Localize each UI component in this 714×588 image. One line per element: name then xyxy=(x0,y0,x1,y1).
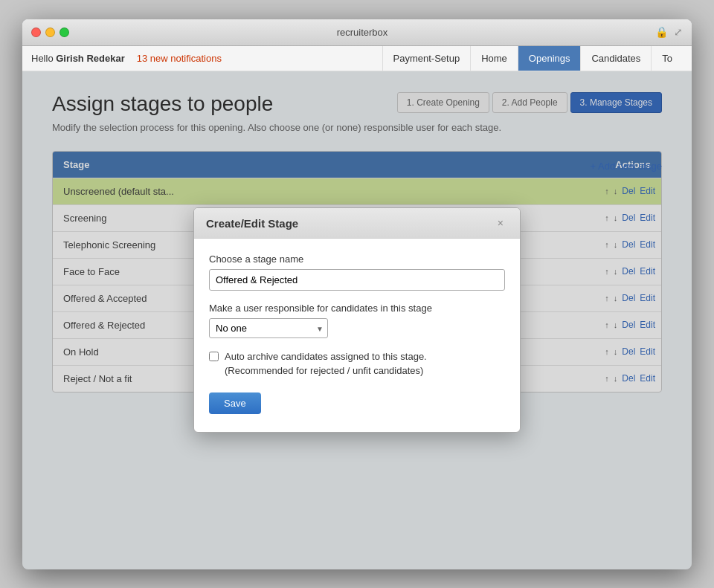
responsible-user-select[interactable]: No one User 1 User 2 xyxy=(209,318,328,338)
modal-title: Create/Edit Stage xyxy=(206,217,493,230)
modal-header: Create/Edit Stage × xyxy=(194,208,520,239)
main-content: 1. Create Opening 2. Add People 3. Manag… xyxy=(22,71,692,569)
responsible-user-label: Make a user responsible for candidates i… xyxy=(209,303,505,314)
menubar: Hello Girish Redekar 13 new notification… xyxy=(22,46,692,71)
create-edit-stage-modal: Create/Edit Stage × Choose a stage name … xyxy=(193,207,521,432)
nav-home[interactable]: Home xyxy=(470,46,518,71)
traffic-lights xyxy=(31,28,69,37)
lock-icon: 🔒 xyxy=(655,26,668,38)
close-button[interactable] xyxy=(31,28,41,37)
titlebar: recruiterbox 🔒 ⤢ xyxy=(22,19,692,46)
save-button[interactable]: Save xyxy=(209,392,261,414)
nav-payment-setup[interactable]: Payment-Setup xyxy=(382,46,471,71)
main-nav: Payment-Setup Home Openings Candidates T… xyxy=(382,46,683,71)
greeting-text: Hello xyxy=(31,53,56,64)
modal-body: Choose a stage name Make a user responsi… xyxy=(194,239,520,431)
minimize-button[interactable] xyxy=(45,28,55,37)
window-title: recruiterbox xyxy=(69,27,655,38)
modal-close-button[interactable]: × xyxy=(493,216,508,230)
nav-more[interactable]: To xyxy=(651,46,683,71)
responsible-user-select-wrapper: No one User 1 User 2 ▼ xyxy=(209,318,328,338)
nav-openings[interactable]: Openings xyxy=(518,46,581,71)
username: Girish Redekar xyxy=(56,53,125,64)
auto-archive-checkbox[interactable] xyxy=(209,352,219,361)
resize-icon: ⤢ xyxy=(674,26,683,38)
notifications-link[interactable]: 13 new notifications xyxy=(137,53,222,64)
auto-archive-row: Auto archive candidates assigned to this… xyxy=(209,350,505,377)
stage-name-input[interactable] xyxy=(209,269,505,291)
titlebar-icons: 🔒 ⤢ xyxy=(655,26,683,38)
auto-archive-label: Auto archive candidates assigned to this… xyxy=(225,350,427,377)
maximize-button[interactable] xyxy=(60,28,69,37)
app-window: recruiterbox 🔒 ⤢ Hello Girish Redekar 13… xyxy=(22,19,692,569)
menubar-user: Hello Girish Redekar xyxy=(31,53,125,64)
nav-candidates[interactable]: Candidates xyxy=(580,46,651,71)
modal-overlay: Create/Edit Stage × Choose a stage name … xyxy=(22,71,692,569)
stage-name-label: Choose a stage name xyxy=(209,253,505,265)
